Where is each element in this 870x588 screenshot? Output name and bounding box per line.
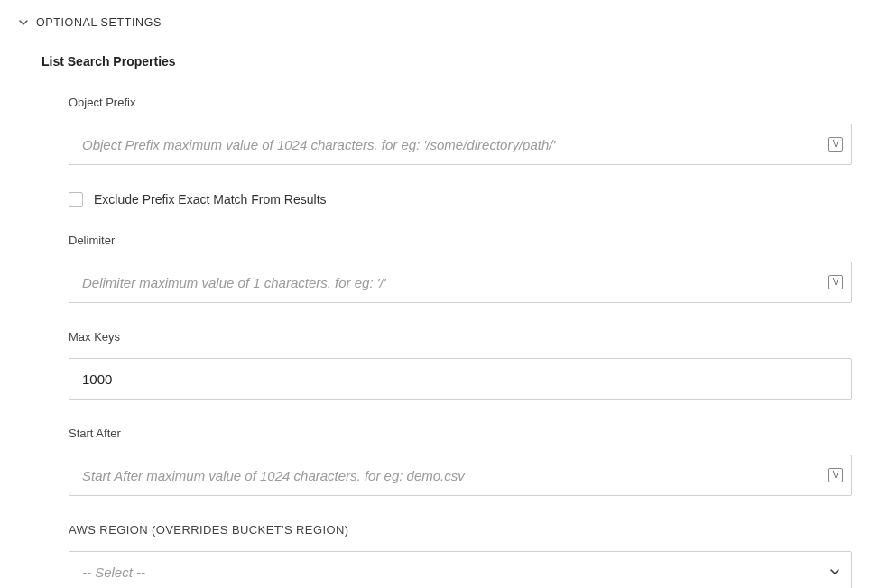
field-delimiter: Delimiter V — [69, 234, 852, 303]
field-max-keys: Max Keys — [69, 330, 852, 400]
section-title: OPTIONAL SETTINGS — [36, 16, 162, 29]
aws-region-selected-value: -- Select -- — [82, 565, 145, 580]
field-aws-region: AWS REGION (OVERRIDES BUCKET'S REGION) -… — [69, 523, 852, 588]
subsection-title: List Search Properties — [42, 54, 852, 69]
start-after-input[interactable] — [69, 455, 852, 496]
delimiter-input[interactable] — [69, 262, 852, 303]
variable-icon[interactable]: V — [828, 468, 843, 482]
field-object-prefix: Object Prefix V — [69, 96, 852, 165]
chevron-down-icon — [18, 17, 29, 28]
object-prefix-label: Object Prefix — [69, 96, 852, 109]
aws-region-select[interactable]: -- Select -- — [69, 551, 852, 588]
start-after-label: Start After — [69, 427, 852, 440]
exclude-prefix-label: Exclude Prefix Exact Match From Results — [94, 192, 327, 207]
exclude-prefix-checkbox-row: Exclude Prefix Exact Match From Results — [69, 192, 852, 207]
delimiter-label: Delimiter — [69, 234, 852, 247]
max-keys-input[interactable] — [69, 358, 852, 400]
variable-icon[interactable]: V — [828, 275, 843, 289]
exclude-prefix-checkbox[interactable] — [69, 192, 83, 207]
max-keys-label: Max Keys — [69, 330, 852, 344]
field-start-after: Start After V — [69, 427, 852, 496]
object-prefix-input[interactable] — [69, 124, 852, 165]
section-header[interactable]: OPTIONAL SETTINGS — [18, 16, 852, 29]
variable-icon[interactable]: V — [828, 137, 843, 152]
aws-region-label: AWS REGION (OVERRIDES BUCKET'S REGION) — [69, 523, 852, 537]
